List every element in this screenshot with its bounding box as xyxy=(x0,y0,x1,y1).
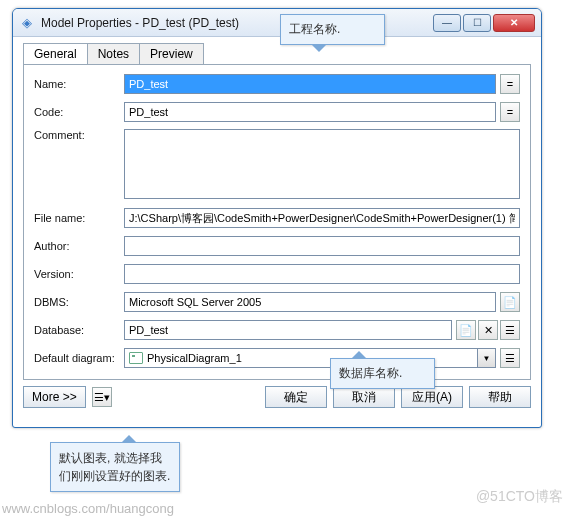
dbms-input[interactable] xyxy=(124,292,496,312)
label-author: Author: xyxy=(34,240,124,252)
database-props-button[interactable]: ☰ xyxy=(500,320,520,340)
callout-project-name: 工程名称. xyxy=(280,14,385,45)
label-database: Database: xyxy=(34,324,124,336)
model-properties-dialog: ◈ Model Properties - PD_test (PD_test) —… xyxy=(12,8,542,428)
minimize-button[interactable]: — xyxy=(433,14,461,32)
database-new-button[interactable]: 📄 xyxy=(456,320,476,340)
name-input[interactable] xyxy=(124,74,496,94)
tab-preview[interactable]: Preview xyxy=(139,43,204,64)
ok-button[interactable]: 确定 xyxy=(265,386,327,408)
label-default-diagram: Default diagram: xyxy=(34,352,124,364)
label-code: Code: xyxy=(34,106,124,118)
code-input[interactable] xyxy=(124,102,496,122)
tab-notes[interactable]: Notes xyxy=(87,43,140,64)
more-button[interactable]: More >> xyxy=(23,386,86,408)
tabs: General Notes Preview xyxy=(23,43,541,64)
label-version: Version: xyxy=(34,268,124,280)
dbms-props-button[interactable]: 📄 xyxy=(500,292,520,312)
titlebar[interactable]: ◈ Model Properties - PD_test (PD_test) —… xyxy=(13,9,541,37)
tab-general[interactable]: General xyxy=(23,43,88,64)
default-diagram-combo[interactable]: PhysicalDiagram_1 ▼ xyxy=(124,348,496,368)
apply-button[interactable]: 应用(A) xyxy=(401,386,463,408)
help-button[interactable]: 帮助 xyxy=(469,386,531,408)
filename-input[interactable] xyxy=(124,208,520,228)
label-filename: File name: xyxy=(34,212,124,224)
database-delete-button[interactable]: ✕ xyxy=(478,320,498,340)
callout-default-diagram: 默认图表, 就选择我们刚刚设置好的图表. xyxy=(50,442,180,492)
menu-dropdown-button[interactable]: ☰▾ xyxy=(92,387,112,407)
maximize-button[interactable]: ☐ xyxy=(463,14,491,32)
label-name: Name: xyxy=(34,78,124,90)
default-diagram-value: PhysicalDiagram_1 xyxy=(147,352,242,364)
code-eq-button[interactable]: = xyxy=(500,102,520,122)
database-input[interactable] xyxy=(124,320,452,340)
label-comment: Comment: xyxy=(34,129,124,141)
diagram-icon xyxy=(129,352,143,364)
version-input[interactable] xyxy=(124,264,520,284)
author-input[interactable] xyxy=(124,236,520,256)
close-button[interactable]: ✕ xyxy=(493,14,535,32)
cancel-button[interactable]: 取消 xyxy=(333,386,395,408)
name-eq-button[interactable]: = xyxy=(500,74,520,94)
label-dbms: DBMS: xyxy=(34,296,124,308)
app-icon: ◈ xyxy=(19,15,35,31)
diagram-props-button[interactable]: ☰ xyxy=(500,348,520,368)
watermark-left: www.cnblogs.com/huangcong xyxy=(2,501,174,516)
chevron-down-icon[interactable]: ▼ xyxy=(478,348,496,368)
callout-database-name: 数据库名称. xyxy=(330,358,435,389)
tab-panel-general: Name: = Code: = Comment: File name: Auth… xyxy=(23,64,531,380)
button-bar: More >> ☰▾ 确定 取消 应用(A) 帮助 xyxy=(13,386,541,416)
watermark-right: @51CTO博客 xyxy=(476,488,563,506)
comment-input[interactable] xyxy=(124,129,520,199)
